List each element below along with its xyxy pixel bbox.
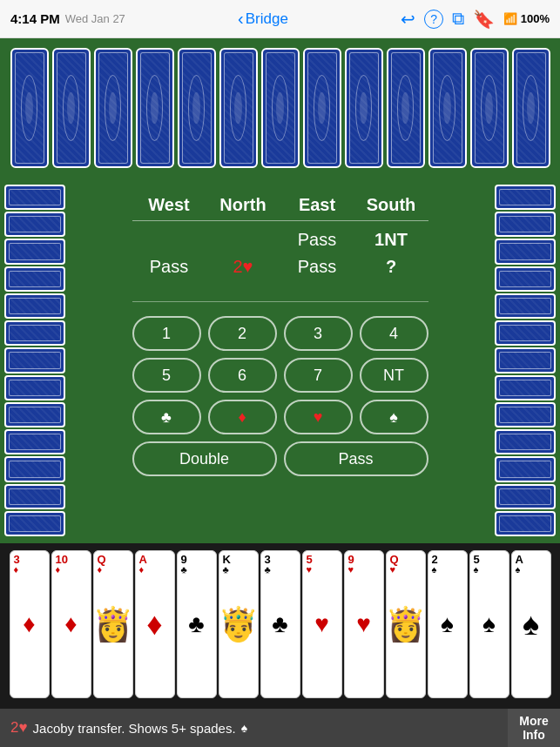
east-card [495,375,556,400]
info-text: 2♥ Jacoby transfer. Shows 5+ spades. ♠ [0,719,508,737]
bid-spade-button[interactable]: ♠ [360,400,428,434]
header-west: West [134,195,204,215]
bid-3-button[interactable]: 3 [284,316,353,351]
info-message: Jacoby transfer. Shows 5+ spades. [33,721,236,736]
bid-row-suits: ♣ ♦ ♥ ♠ [132,400,428,434]
undo-button[interactable]: ↩ [401,9,415,30]
double-button[interactable]: Double [132,441,277,476]
west-card [4,266,65,292]
more-info-button[interactable]: More Info [508,709,560,747]
north-card [10,48,49,168]
bid-5-button[interactable]: 5 [132,358,201,393]
north-card [52,48,91,168]
back-label: Bridge [246,10,288,28]
bid-4-button[interactable]: 4 [360,316,428,351]
bid-nt-button[interactable]: NT [360,358,428,393]
south-card-ad[interactable]: A ♦ ♦ [135,550,175,698]
south-card-9c[interactable]: 9 ♣ ♣ [177,550,217,698]
west-card [4,347,65,373]
bid-6-button[interactable]: 6 [208,358,277,393]
south-card-qh[interactable]: Q ♥ 👸 [386,550,426,698]
west-card [4,293,65,319]
east-card [495,402,556,427]
south-card-kc[interactable]: K ♣ 🤴 [219,550,259,698]
north-card [428,48,467,168]
info-bar: 2♥ Jacoby transfer. Shows 5+ spades. ♠ M… [0,709,560,747]
north-card [303,48,341,168]
south-card-3d[interactable]: 3 ♦ ♦ [10,550,50,698]
north-card [178,48,216,168]
east-card [495,320,556,346]
west-hand [0,178,70,543]
bidding-row-1: Pass 1NT [132,226,428,253]
bookmark-button[interactable]: 🔖 [473,9,495,30]
east-card [495,212,556,237]
north-card [136,48,174,168]
north-card [470,48,509,168]
west-card [4,185,65,210]
bid-row-numbers-2: 5 6 7 NT [132,358,428,393]
north-card [387,48,425,168]
table-divider [132,301,428,302]
west-card [4,320,65,346]
south-card-5s[interactable]: 5 ♠ ♠ [469,550,509,698]
south-card-qd[interactable]: Q ♦ 👸 [93,550,133,698]
info-heart-icon: 2♥ [10,719,28,737]
bid-west-2: Pass [134,257,204,277]
bid-heart-button[interactable]: ♥ [284,400,353,434]
north-card [345,48,383,168]
north-card [94,48,132,168]
west-card [4,456,65,481]
bid-2-button[interactable]: 2 [208,316,277,351]
south-card-9h[interactable]: 9 ♥ ♥ [344,550,384,698]
bid-buttons: 1 2 3 4 5 6 7 NT ♣ ♦ ♥ ♠ [132,316,428,476]
bidding-row-2: Pass 2♥ Pass ? [132,253,428,280]
duplicate-button[interactable]: ⧉ [452,9,464,29]
info-spade-icon: ♠ [241,721,247,735]
east-card [495,429,556,454]
status-bar: 4:14 PM Wed Jan 27 ‹ Bridge ↩ ? ⧉ 🔖 📶 10… [0,0,560,38]
battery-indicator: 📶 100% [503,12,550,25]
west-card [4,511,65,536]
bid-east-2: Pass [282,257,352,277]
table-area: West North East South Pass 1NT Pass 2♥ P… [70,178,490,543]
status-time: 4:14 PM [10,11,60,26]
bid-1-button[interactable]: 1 [132,316,201,351]
bid-diamond-button[interactable]: ♦ [208,400,277,434]
south-card-10d[interactable]: 10 ♦ ♦ [51,550,91,698]
south-card-as[interactable]: A ♠ ♠ [511,550,551,698]
north-card [261,48,300,168]
east-card [495,456,556,481]
south-card-3c[interactable]: 3 ♣ ♣ [260,550,300,698]
bid-north-1 [208,230,278,250]
bid-row-numbers-1: 1 2 3 4 [132,316,428,351]
status-date: Wed Jan 27 [65,12,125,25]
header-north: North [208,195,278,215]
bid-west-1 [134,230,204,250]
middle-section: West North East South Pass 1NT Pass 2♥ P… [0,178,560,543]
header-south: South [356,195,426,215]
help-button[interactable]: ? [424,10,443,29]
info-label: Info [523,728,545,742]
pass-button[interactable]: Pass [284,441,428,476]
east-card [495,293,556,319]
back-button[interactable]: ‹ Bridge [238,9,288,29]
bid-club-button[interactable]: ♣ [132,400,201,434]
bid-south-2: ? [356,257,426,277]
back-icon: ‹ [238,9,244,29]
bidding-header: West North East South [132,195,428,221]
east-hand [490,178,560,543]
header-east: East [282,195,352,215]
west-card [4,402,65,427]
west-card [4,212,65,237]
more-label: More [519,714,548,728]
east-card [495,185,556,210]
south-card-5h[interactable]: 5 ♥ ♥ [302,550,342,698]
bid-row-actions: Double Pass [132,441,428,476]
bid-south-1: 1NT [356,230,426,250]
south-hand: 3 ♦ ♦ 10 ♦ ♦ Q ♦ 👸 A ♦ ♦ 9 ♣ ♣ K [0,543,560,709]
bid-east-1: Pass [282,230,352,250]
west-card [4,375,65,400]
bid-7-button[interactable]: 7 [284,358,353,393]
south-card-2s[interactable]: 2 ♠ ♠ [428,550,468,698]
